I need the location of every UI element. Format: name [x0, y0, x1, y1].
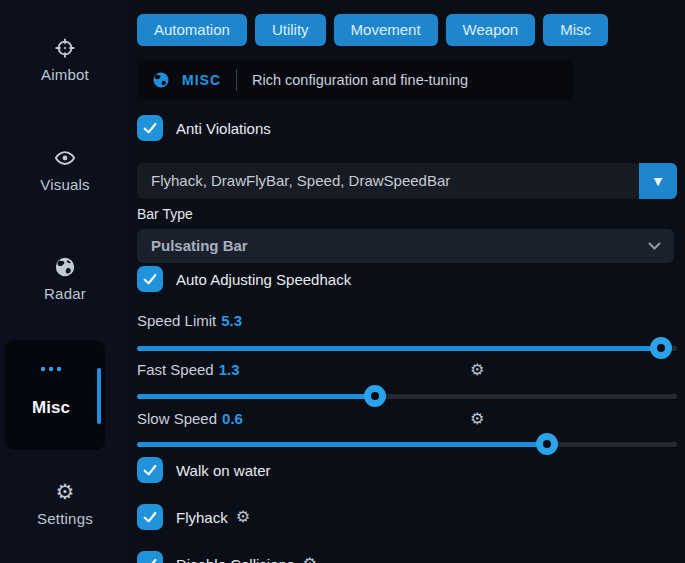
bar-type-label: Bar Type: [137, 206, 193, 222]
checkbox-row-auto-adjusting-speedhack: Auto Adjusting Speedhack: [137, 266, 351, 292]
dropdown-open-button[interactable]: ▼: [639, 163, 677, 199]
tab-weapon[interactable]: Weapon: [446, 14, 536, 46]
slider-handle[interactable]: [536, 433, 558, 455]
fast-speed-label: Fast Speed1.3: [137, 361, 240, 378]
checkbox-row-flyhack: Flyhack ⚙: [137, 504, 250, 530]
eye-icon: [54, 147, 76, 169]
check-icon: [142, 509, 158, 525]
gear-icon: ⚙: [54, 481, 76, 503]
ellipsis-icon: [5, 367, 97, 371]
active-indicator-bar: [97, 368, 101, 424]
checkbox-row-anti-violations: Anti Violations: [137, 115, 271, 141]
slider-value: 1.3: [219, 361, 240, 378]
category-tabs: Automation Utility Movement Weapon Misc: [137, 14, 608, 46]
disable-collisions-label: Disable Collisions: [176, 556, 294, 563]
slider-label-text: Speed Limit: [137, 312, 216, 329]
flyhack-checkbox[interactable]: [137, 504, 163, 530]
sidebar-item-radar[interactable]: Radar: [0, 256, 130, 303]
walk-on-water-label: Walk on water: [176, 462, 270, 479]
sidebar: Aimbot Visuals Radar Misc ⚙ Se: [0, 0, 130, 563]
slider-value: 5.3: [221, 312, 242, 329]
check-icon: [142, 271, 158, 287]
triangle-down-icon: ▼: [654, 175, 662, 188]
auto-adjusting-speedhack-label: Auto Adjusting Speedhack: [176, 271, 351, 288]
auto-adjusting-speedhack-checkbox[interactable]: [137, 266, 163, 292]
disable-collisions-gear-icon[interactable]: ⚙: [302, 556, 316, 563]
sidebar-item-label: Settings: [37, 510, 93, 527]
cheat-config-window: Aimbot Visuals Radar Misc ⚙ Se: [0, 0, 685, 563]
sidebar-item-label: Visuals: [40, 176, 89, 193]
sidebar-item-aimbot[interactable]: Aimbot: [0, 37, 130, 84]
section-header: MISC Rich configuration and fine-tuning: [137, 60, 574, 100]
sidebar-item-visuals[interactable]: Visuals: [0, 147, 130, 194]
tab-movement[interactable]: Movement: [334, 14, 438, 46]
header-divider: [236, 69, 237, 91]
bar-type-selected-value: Pulsating Bar: [151, 229, 248, 263]
check-icon: [142, 462, 158, 478]
slider-label-text: Fast Speed: [137, 361, 214, 378]
tab-misc[interactable]: Misc: [543, 14, 608, 46]
checkbox-row-walk-on-water: Walk on water: [137, 457, 270, 483]
slider-value: 0.6: [222, 410, 243, 427]
bar-flags-value: Flyhack, DrawFlyBar, Speed, DrawSpeedBar: [151, 163, 450, 199]
sidebar-item-label: Radar: [44, 285, 86, 302]
sidebar-item-settings[interactable]: ⚙ Settings: [0, 481, 130, 528]
speed-limit-label: Speed Limit5.3: [137, 312, 242, 329]
globe-icon: [54, 256, 76, 278]
flyhack-gear-icon[interactable]: ⚙: [236, 509, 250, 525]
fast-speed-slider[interactable]: [137, 386, 677, 406]
main-panel: Automation Utility Movement Weapon Misc …: [137, 0, 677, 563]
slider-label-text: Slow Speed: [137, 410, 217, 427]
slider-fill: [137, 346, 661, 351]
check-icon: [142, 120, 158, 136]
sidebar-item-misc-active[interactable]: Misc: [5, 340, 105, 450]
anti-violations-checkbox[interactable]: [137, 115, 163, 141]
tab-automation[interactable]: Automation: [137, 14, 247, 46]
slow-speed-slider[interactable]: [137, 434, 677, 454]
slow-speed-gear-icon[interactable]: ⚙: [470, 411, 484, 427]
bar-flags-field[interactable]: Flyhack, DrawFlyBar, Speed, DrawSpeedBar…: [137, 163, 677, 199]
sidebar-item-label: Misc: [5, 398, 97, 418]
slider-fill: [137, 442, 547, 447]
slider-fill: [137, 394, 375, 399]
tab-utility[interactable]: Utility: [255, 14, 326, 46]
section-title: MISC: [182, 72, 221, 88]
check-icon: [142, 556, 158, 563]
globe-icon: [152, 71, 170, 89]
chevron-down-icon: [648, 242, 661, 250]
slider-handle[interactable]: [364, 385, 386, 407]
walk-on-water-checkbox[interactable]: [137, 457, 163, 483]
disable-collisions-checkbox[interactable]: [137, 551, 163, 563]
crosshair-icon: [54, 37, 76, 59]
section-subtitle: Rich configuration and fine-tuning: [252, 72, 468, 88]
anti-violations-label: Anti Violations: [176, 120, 271, 137]
slow-speed-label: Slow Speed0.6: [137, 410, 243, 427]
sidebar-item-label: Aimbot: [41, 66, 89, 83]
checkbox-row-disable-collisions: Disable Collisions ⚙: [137, 551, 317, 563]
flyhack-label: Flyhack: [176, 509, 228, 526]
speed-limit-slider[interactable]: [137, 338, 677, 358]
slider-handle[interactable]: [650, 337, 672, 359]
bar-type-select[interactable]: Pulsating Bar: [137, 229, 674, 263]
fast-speed-gear-icon[interactable]: ⚙: [470, 362, 484, 378]
